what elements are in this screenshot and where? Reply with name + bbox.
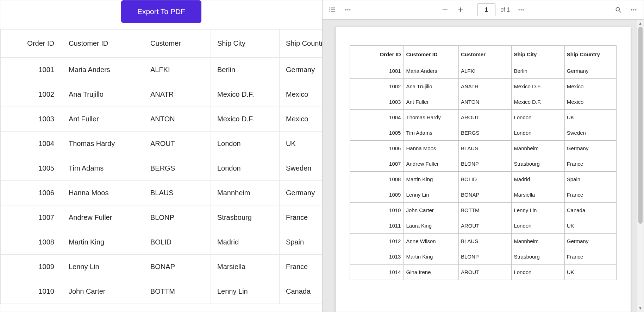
grid-header-customer-id[interactable]: Customer ID — [62, 30, 144, 58]
svg-point-18 — [633, 9, 634, 10]
cell-ship-country: Canada — [280, 279, 323, 304]
pdf-cell-customer-id: Ant Fuller — [404, 94, 459, 110]
pdf-cell-order-id: 1013 — [350, 249, 404, 265]
pdf-cell-order-id: 1003 — [350, 94, 404, 110]
pdf-cell-customer: BLAUS — [459, 141, 512, 156]
pdf-table-row: 1008Martin KingBOLIDMadridSpain — [350, 172, 617, 187]
svg-point-7 — [347, 9, 348, 10]
cell-customer-id: Ana Trujillo — [62, 82, 144, 107]
pdf-table-row: 1006Hanna MoosBLAUSMannheimGermany — [350, 141, 617, 156]
pdf-cell-order-id: 1002 — [350, 79, 404, 94]
svg-point-14 — [523, 9, 524, 10]
scrollbar-thumb[interactable] — [638, 27, 643, 224]
cell-ship-country: Spain — [280, 230, 323, 255]
cell-ship-country: Mexico — [280, 82, 323, 107]
pdf-cell-ship-city: Berlin — [512, 63, 564, 79]
search-icon[interactable] — [612, 4, 625, 16]
cell-order-id: 1010 — [1, 279, 62, 304]
cell-ship-country: France — [280, 255, 323, 279]
cell-customer: BLAUS — [144, 181, 211, 205]
cell-customer: BLONP — [144, 205, 211, 230]
pdf-cell-customer-id: Maria Anders — [404, 63, 459, 79]
table-row[interactable]: 1003Ant FullerANTONMexico D.F.Mexico — [1, 107, 323, 132]
pdf-cell-customer: BLONP — [459, 156, 512, 172]
svg-point-15 — [616, 7, 619, 11]
cell-order-id: 1006 — [1, 181, 62, 205]
cell-order-id: 1001 — [1, 58, 62, 82]
export-to-pdf-button[interactable]: Export To PDF — [121, 0, 201, 23]
more-options-left-icon[interactable] — [342, 4, 354, 16]
svg-point-19 — [635, 9, 636, 10]
cell-customer: BOLID — [144, 230, 211, 255]
cell-ship-city: Lenny Lin — [211, 279, 280, 304]
svg-point-6 — [345, 9, 346, 10]
table-row[interactable]: 1006Hanna MoosBLAUSMannheimGermany — [1, 181, 323, 205]
toc-icon[interactable] — [326, 4, 339, 16]
cell-ship-country: Germany — [280, 181, 323, 205]
page-number-input[interactable] — [477, 4, 495, 16]
pdf-cell-order-id: 1006 — [350, 141, 404, 156]
scroll-down-icon[interactable]: ▼ — [637, 305, 644, 312]
grid-header-ship-city[interactable]: Ship City — [211, 30, 280, 58]
cell-ship-country: France — [280, 205, 323, 230]
svg-point-12 — [518, 9, 519, 10]
vertical-scrollbar[interactable]: ▲ ▼ — [637, 20, 644, 312]
pdf-cell-customer-id: Andrew Fuller — [404, 156, 459, 172]
svg-line-16 — [619, 11, 621, 13]
zoom-out-icon[interactable] — [439, 4, 451, 16]
pdf-cell-ship-city: Mexico D.F. — [512, 94, 564, 110]
table-row[interactable]: 1009Lenny LinBONAPMarsiellaFrance — [1, 255, 323, 279]
pdf-cell-customer: ANATR — [459, 79, 512, 94]
pdf-cell-order-id: 1004 — [350, 110, 404, 125]
pdf-cell-customer: BERGS — [459, 125, 512, 141]
pdf-cell-ship-country: UK — [564, 110, 616, 125]
more-options-center-icon[interactable] — [515, 4, 527, 16]
pdf-cell-ship-city: Lenny Lin — [512, 203, 564, 218]
pdf-cell-ship-country: Mexico — [564, 79, 616, 94]
cell-customer-id: Thomas Hardy — [62, 132, 144, 156]
pdf-cell-customer: ALFKI — [459, 63, 512, 79]
pdf-cell-ship-country: UK — [564, 218, 616, 234]
zoom-in-icon[interactable] — [454, 4, 467, 16]
pdf-table-row: 1003Ant FullerANTONMexico D.F.Mexico — [350, 94, 617, 110]
pdf-cell-order-id: 1011 — [350, 218, 404, 234]
pdf-cell-ship-city: Mannheim — [512, 141, 564, 156]
svg-rect-9 — [443, 9, 447, 10]
pdf-cell-ship-country: France — [564, 156, 616, 172]
svg-rect-5 — [331, 12, 335, 12]
data-grid[interactable]: Order ID Customer ID Customer Ship City … — [0, 29, 323, 304]
pdf-cell-order-id: 1012 — [350, 234, 404, 249]
more-options-right-icon[interactable] — [627, 4, 640, 16]
table-row[interactable]: 1008Martin KingBOLIDMadridSpain — [1, 230, 323, 255]
pdf-surface[interactable]: Order ID Customer ID Customer Ship City … — [323, 20, 644, 312]
pdf-header-customer: Customer — [459, 46, 512, 63]
pdf-cell-customer: BOLID — [459, 172, 512, 187]
pdf-table-row: 1013Martin KingBLONPStrasbourgFrance — [350, 249, 617, 265]
pdf-cell-ship-country: Mexico — [564, 94, 616, 110]
scroll-up-icon[interactable]: ▲ — [637, 20, 644, 27]
pdf-cell-customer-id: Laura King — [404, 218, 459, 234]
table-row[interactable]: 1010John CarterBOTTMLenny LinCanada — [1, 279, 323, 304]
grid-header-ship-country[interactable]: Ship Country — [280, 30, 323, 58]
cell-customer: BOTTM — [144, 279, 211, 304]
cell-customer-id: Martin King — [62, 230, 144, 255]
pdf-toolbar: of 1 — [323, 0, 644, 20]
pdf-cell-customer-id: Thomas Hardy — [404, 110, 459, 125]
pdf-cell-order-id: 1001 — [350, 63, 404, 79]
table-row[interactable]: 1004Thomas HardyAROUTLondonUK — [1, 132, 323, 156]
cell-ship-city: Mexico D.F. — [211, 82, 280, 107]
table-row[interactable]: 1007Andrew FullerBLONPStrasbourgFrance — [1, 205, 323, 230]
pdf-cell-customer: ANTON — [459, 94, 512, 110]
table-row[interactable]: 1001Maria AndersALFKIBerlinGermany — [1, 58, 323, 82]
grid-header-order-id[interactable]: Order ID — [1, 30, 62, 58]
cell-order-id: 1004 — [1, 132, 62, 156]
table-row[interactable]: 1005Tim AdamsBERGSLondonSweden — [1, 156, 323, 181]
table-row[interactable]: 1002Ana TrujilloANATRMexico D.F.Mexico — [1, 82, 323, 107]
grid-header-customer[interactable]: Customer — [144, 30, 211, 58]
cell-customer: AROUT — [144, 132, 211, 156]
page-count-label: of 1 — [498, 7, 512, 13]
cell-customer-id: Hanna Moos — [62, 181, 144, 205]
pdf-cell-order-id: 1007 — [350, 156, 404, 172]
pdf-cell-ship-city: Marsiella — [512, 187, 564, 203]
pdf-cell-order-id: 1009 — [350, 187, 404, 203]
